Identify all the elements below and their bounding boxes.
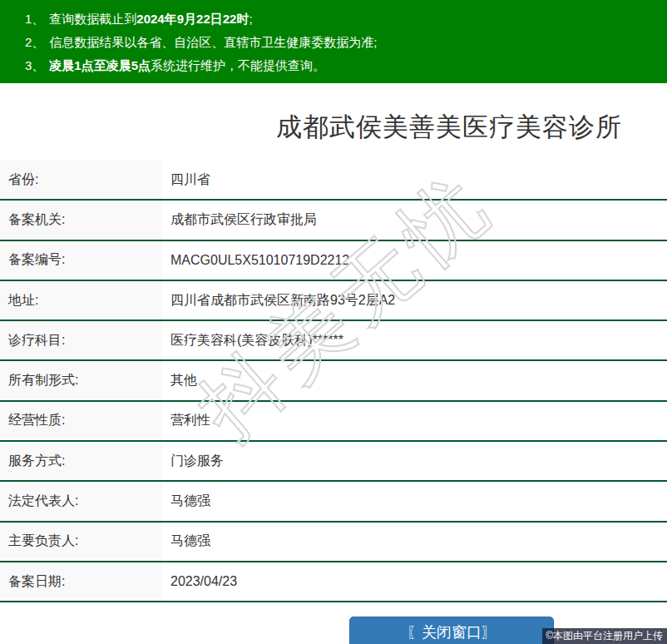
row-value: 其他 — [162, 361, 197, 399]
row-label: 经营性质: — [0, 402, 162, 440]
notice-bar: 1、查询数据截止到2024年9月22日22时; 2、信息数据结果以各省、自治区、… — [0, 0, 667, 83]
row-value: 成都市武侯区行政审批局 — [162, 201, 317, 239]
row-value: 四川省 — [162, 161, 210, 199]
table-row-authority: 备案机关: 成都市武侯区行政审批局 — [0, 201, 667, 240]
table-row-legal-representative: 法定代表人: 马德强 — [0, 482, 667, 522]
row-value: 马德强 — [162, 523, 210, 561]
table-row-ownership: 所有制形式: 其他 — [0, 361, 667, 401]
notice-text: ; — [249, 12, 252, 26]
row-label: 省份: — [0, 161, 162, 199]
row-value: MACG0UL5X51010719D2212 — [162, 241, 349, 280]
table-row-person-in-charge: 主要负责人: 马德强 — [0, 523, 667, 562]
notice-text: 信息数据结果以各省、自治区、直辖市卫生健康委数据为准; — [49, 35, 377, 49]
notice-text-bold: 凌晨1点至凌晨5点 — [49, 58, 151, 72]
table-row-record-number: 备案编号: MACG0UL5X51010719D2212 — [0, 241, 667, 281]
row-label: 诊疗科目: — [0, 321, 162, 359]
row-label: 地址: — [0, 281, 162, 320]
row-value: 门诊服务 — [162, 442, 224, 480]
row-value: 四川省成都市武侯区新南路93号2层A2 — [162, 281, 395, 320]
row-value: 马德强 — [162, 482, 210, 520]
row-label: 备案编号: — [0, 241, 162, 280]
close-window-button[interactable]: 〖关闭窗口〗 — [349, 617, 554, 644]
notice-text: 查询数据截止到 — [49, 12, 136, 26]
row-label: 备案日期: — [0, 562, 162, 601]
table-row-departments: 诊疗科目: 医疗美容科(美容皮肤科)****** — [0, 321, 667, 361]
row-value: 医疗美容科(美容皮肤科)****** — [162, 321, 343, 359]
row-value: 2023/04/23 — [162, 562, 237, 601]
row-label: 主要负责人: — [0, 523, 162, 561]
table-row-province: 省份: 四川省 — [0, 161, 667, 201]
page-title: 成都武侯美善美医疗美容诊所 — [231, 110, 667, 145]
notice-number: 1、 — [25, 12, 44, 26]
notice-line-1: 1、查询数据截止到2024年9月22日22时; — [25, 7, 659, 31]
table-row-business-nature: 经营性质: 营利性 — [0, 402, 667, 442]
attribution-strip: ©本图由平台注册用户上传 — [542, 628, 667, 644]
registration-result-page: 1、查询数据截止到2024年9月22日22时; 2、信息数据结果以各省、自治区、… — [0, 0, 667, 644]
row-label: 服务方式: — [0, 442, 162, 480]
row-label: 法定代表人: — [0, 482, 162, 520]
notice-line-3: 3、凌晨1点至凌晨5点系统进行维护，不能提供查询。 — [25, 54, 659, 77]
row-value: 营利性 — [162, 402, 210, 440]
notice-number: 2、 — [25, 35, 44, 49]
table-row-service-mode: 服务方式: 门诊服务 — [0, 442, 667, 482]
notice-number: 3、 — [25, 58, 44, 72]
row-label: 所有制形式: — [0, 361, 162, 399]
table-row-address: 地址: 四川省成都市武侯区新南路93号2层A2 — [0, 281, 667, 321]
table-row-record-date: 备案日期: 2023/04/23 — [0, 562, 667, 602]
notice-text: 系统进行维护，不能提供查询。 — [151, 58, 325, 72]
notice-line-2: 2、信息数据结果以各省、自治区、直辖市卫生健康委数据为准; — [25, 31, 659, 54]
row-label: 备案机关: — [0, 201, 162, 239]
notice-text-bold: 2024年9月22日22时 — [136, 12, 249, 26]
title-area: 成都武侯美善美医疗美容诊所 — [0, 83, 667, 161]
info-table: 省份: 四川省 备案机关: 成都市武侯区行政审批局 备案编号: MACG0UL5… — [0, 161, 667, 602]
